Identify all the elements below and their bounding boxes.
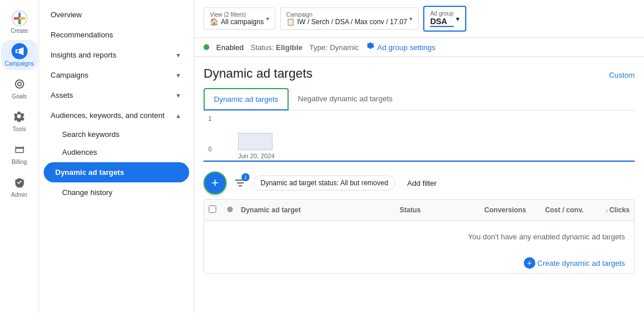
sidebar-item-recommendations[interactable]: Recommendations bbox=[39, 25, 189, 45]
page-content-area: Dynamic ad targets Custom Dynamic ad tar… bbox=[194, 57, 644, 313]
chart-date-label: Jun 20, 2024 bbox=[238, 152, 275, 159]
custom-button[interactable]: Custom bbox=[609, 71, 635, 79]
sidebar-item-insights[interactable]: Insights and reports ▾ bbox=[39, 45, 189, 65]
main-content: View (2 filters) 🏠 All campaigns ▾ Campa… bbox=[194, 0, 644, 313]
col-conversions-header: Conversions bbox=[469, 206, 526, 214]
enabled-label: Enabled bbox=[216, 43, 244, 52]
table: Dynamic ad target Status Conversions Cos… bbox=[204, 199, 635, 274]
view-filter-value: All campaigns bbox=[221, 18, 264, 26]
tab-dynamic-ad-targets[interactable]: Dynamic ad targets bbox=[204, 88, 289, 110]
filter-chip-status[interactable]: Dynamic ad target status: All but remove… bbox=[253, 175, 396, 190]
chevron-down-icon: ▾ bbox=[409, 16, 412, 22]
svg-rect-2 bbox=[14, 17, 19, 20]
nav-sidebar: Overview Recommendations Insights and re… bbox=[39, 0, 194, 313]
chart-line bbox=[204, 161, 635, 162]
chevron-down-icon: ▾ bbox=[177, 71, 180, 79]
tabs-row: Dynamic ad targets Negative dynamic ad t… bbox=[204, 88, 635, 110]
ad-group-settings-link[interactable]: Ad group settings bbox=[366, 43, 435, 52]
sidebar-item-change-history[interactable]: Change history bbox=[39, 184, 194, 201]
billing-label: Billing bbox=[12, 159, 27, 165]
add-dynamic-target-button[interactable]: + bbox=[204, 171, 227, 194]
goals-label: Goals bbox=[12, 93, 26, 100]
admin-label: Admin bbox=[11, 192, 27, 198]
campaigns-icon bbox=[12, 43, 28, 59]
create-dynamic-targets-link[interactable]: + Create dynamic ad targets bbox=[204, 253, 634, 273]
top-filter-bar: View (2 filters) 🏠 All campaigns ▾ Campa… bbox=[194, 0, 644, 38]
status-bar: Enabled Status: Eligible Type: Dynamic A… bbox=[194, 38, 644, 57]
create-label: Create bbox=[10, 28, 28, 34]
col-dot bbox=[227, 206, 241, 214]
chart-area: 1 0 Jun 20, 2024 bbox=[204, 110, 635, 162]
chevron-down-icon: ▾ bbox=[177, 91, 180, 100]
ad-group-label: Ad group bbox=[430, 10, 454, 17]
goals-icon bbox=[12, 76, 28, 92]
svg-rect-3 bbox=[20, 17, 25, 20]
tools-nav-icon[interactable]: Tools bbox=[1, 105, 38, 136]
ad-group-value: DSA bbox=[430, 17, 454, 27]
empty-state-message: You don't have any enabled dynamic ad ta… bbox=[204, 221, 634, 253]
create-link-icon: + bbox=[524, 257, 535, 269]
sidebar-item-audiences-sub[interactable]: Audiences bbox=[39, 143, 194, 161]
billing-nav-icon[interactable]: Billing bbox=[1, 138, 38, 169]
col-clicks-header: ↓ Clicks bbox=[584, 206, 630, 214]
settings-icon bbox=[366, 43, 375, 52]
filter-icon-wrapper: 1 bbox=[233, 177, 246, 189]
chart-y-label-1: 1 bbox=[208, 115, 212, 122]
campaign-filter-value: IW / Serch / DSA / Max conv / 17.07 bbox=[297, 18, 407, 26]
status-dot-header bbox=[227, 207, 233, 212]
campaign-icon: 📋 bbox=[286, 18, 295, 26]
filter-badge-number: 1 bbox=[241, 173, 250, 181]
tools-label: Tools bbox=[13, 126, 26, 132]
admin-nav-icon[interactable]: Admin bbox=[1, 171, 38, 201]
campaigns-nav-icon[interactable]: Campaigns bbox=[1, 40, 38, 70]
tab-negative-dynamic-ad-targets[interactable]: Negative dynamic ad targets bbox=[289, 89, 402, 110]
status-separator: Status: Eligible bbox=[251, 43, 302, 52]
view-filter-label: View (2 filters) bbox=[210, 12, 264, 18]
campaigns-label: Campaigns bbox=[5, 60, 34, 67]
plus-icon: + bbox=[212, 177, 219, 189]
view-filter-dropdown[interactable]: View (2 filters) 🏠 All campaigns ▾ bbox=[204, 7, 275, 30]
col-target-header: Dynamic ad target bbox=[241, 206, 400, 214]
action-row: + 1 Dynamic ad target status: All but re… bbox=[204, 167, 635, 199]
table-header: Dynamic ad target Status Conversions Cos… bbox=[204, 200, 634, 221]
create-icon bbox=[12, 10, 28, 26]
select-all-checkbox[interactable] bbox=[209, 205, 216, 213]
chevron-down-icon: ▾ bbox=[177, 51, 180, 59]
home-icon: 🏠 bbox=[210, 18, 218, 26]
col-cost-header: Cost / conv. bbox=[526, 206, 584, 214]
goals-nav-icon[interactable]: Goals bbox=[1, 72, 38, 103]
admin-icon bbox=[12, 174, 28, 190]
campaign-filter-dropdown[interactable]: Campaign 📋 IW / Serch / DSA / Max conv /… bbox=[280, 7, 419, 30]
tools-icon bbox=[12, 109, 28, 125]
sidebar-item-dynamic-ad-targets[interactable]: Dynamic ad targets bbox=[44, 162, 189, 182]
billing-icon bbox=[12, 142, 28, 158]
sidebar-item-audiences[interactable]: Audiences, keywords, and content ▴ bbox=[39, 105, 189, 125]
chevron-up-icon: ▴ bbox=[177, 112, 180, 120]
sidebar-item-overview[interactable]: Overview bbox=[39, 5, 189, 25]
sidebar-item-assets[interactable]: Assets ▾ bbox=[39, 85, 189, 105]
sidebar-item-campaigns[interactable]: Campaigns ▾ bbox=[39, 65, 189, 85]
campaign-filter-label: Campaign bbox=[286, 12, 407, 18]
sort-icon: ↓ bbox=[605, 207, 608, 213]
col-checkbox bbox=[209, 205, 227, 215]
add-filter-button[interactable]: Add filter bbox=[402, 176, 441, 190]
svg-rect-0 bbox=[18, 13, 21, 18]
chevron-down-icon: ▾ bbox=[456, 15, 459, 23]
sidebar-item-search-keywords[interactable]: Search keywords bbox=[39, 125, 194, 143]
ad-group-dropdown[interactable]: Ad group DSA ▾ bbox=[423, 6, 466, 32]
ad-group-settings-text: Ad group settings bbox=[377, 43, 435, 52]
create-button[interactable]: Create bbox=[1, 7, 38, 37]
page-title: Dynamic ad targets bbox=[204, 66, 313, 81]
col-status-header: Status bbox=[400, 206, 469, 214]
svg-rect-1 bbox=[18, 19, 21, 24]
type-separator: Type: Dynamic bbox=[309, 43, 359, 52]
enabled-status-dot bbox=[204, 44, 209, 50]
chart-y-label-0: 0 bbox=[208, 146, 212, 152]
chart-bar bbox=[238, 133, 273, 150]
icon-sidebar: Create Campaigns Goals Tools bbox=[0, 0, 39, 313]
chevron-down-icon: ▾ bbox=[266, 16, 269, 22]
